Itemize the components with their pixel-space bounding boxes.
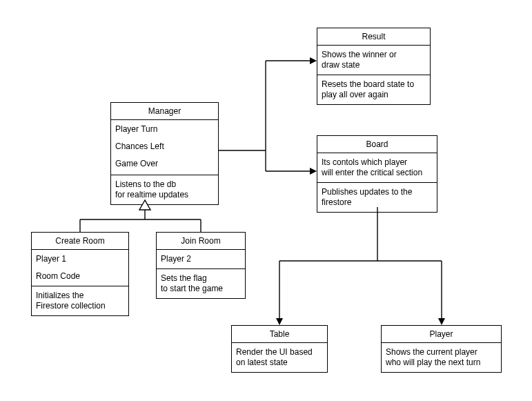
join-room-title: Join Room bbox=[157, 233, 245, 250]
join-room-sets: Sets the flag to start the game bbox=[157, 269, 245, 298]
join-room-box: Join Room Player 2 Sets the flag to star… bbox=[156, 232, 246, 299]
manager-attributes: Player Turn Chances Left Game Over bbox=[111, 120, 218, 175]
create-room-init: Initializes the Firestore collection bbox=[32, 286, 128, 315]
result-title: Result bbox=[317, 28, 430, 46]
svg-marker-3 bbox=[310, 57, 317, 64]
board-box: Board Its contols which player will ente… bbox=[317, 135, 437, 213]
create-room-attrs: Player 1 Room Code bbox=[32, 250, 128, 286]
board-title: Board bbox=[317, 136, 437, 153]
player-title: Player bbox=[382, 326, 501, 343]
create-room-box: Create Room Player 1 Room Code Initializ… bbox=[31, 232, 129, 316]
manager-gameover: Game Over bbox=[115, 159, 214, 169]
board-controls: Its contols which player will enter the … bbox=[317, 153, 437, 183]
svg-marker-14 bbox=[276, 318, 283, 325]
join-room-player2: Player 2 bbox=[157, 250, 245, 269]
result-reset: Resets the board state to play all over … bbox=[317, 75, 430, 104]
svg-marker-16 bbox=[438, 318, 445, 325]
table-title: Table bbox=[232, 326, 327, 343]
manager-box: Manager Player Turn Chances Left Game Ov… bbox=[110, 102, 219, 205]
manager-chances: Chances Left bbox=[115, 141, 214, 152]
create-room-title: Create Room bbox=[32, 233, 128, 250]
manager-title: Manager bbox=[111, 103, 218, 120]
create-room-roomcode: Room Code bbox=[36, 271, 124, 282]
board-publish: Publishes updates to the firestore bbox=[317, 183, 437, 212]
result-box: Result Shows the winner or draw state Re… bbox=[317, 28, 431, 105]
manager-listens: Listens to the db for realtime updates bbox=[111, 175, 218, 204]
player-shows: Shows the current player who will play t… bbox=[382, 343, 501, 372]
table-render: Render the UI based on latest state bbox=[232, 343, 327, 372]
table-box: Table Render the UI based on latest stat… bbox=[231, 325, 328, 373]
create-room-player1: Player 1 bbox=[36, 254, 124, 264]
svg-marker-5 bbox=[310, 168, 317, 175]
result-show: Shows the winner or draw state bbox=[317, 46, 430, 75]
manager-playerturn: Player Turn bbox=[115, 124, 214, 135]
player-box: Player Shows the current player who will… bbox=[381, 325, 502, 373]
